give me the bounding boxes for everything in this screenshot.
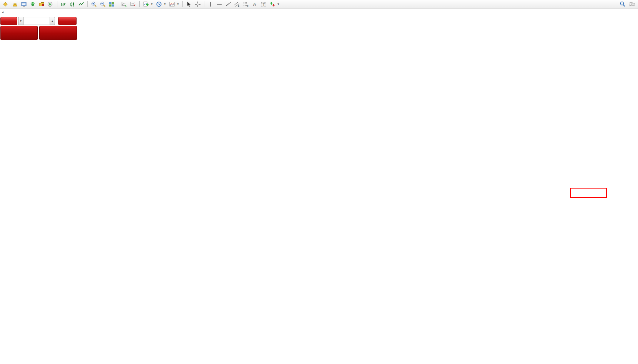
horizontal-line-icon [216,1,222,7]
chat-button[interactable] [627,0,636,8]
sell-button[interactable] [0,17,17,25]
equidistant-channel-tool[interactable]: E [233,0,241,8]
fibonacci-tool[interactable]: F [242,0,250,8]
volume-decrease-button[interactable]: ▼ [18,17,23,25]
tile-windows-button[interactable] [107,0,116,8]
toolbar-separator [139,1,140,7]
svg-text:T: T [262,2,265,6]
autotrading-button[interactable] [46,0,55,8]
svg-text:E: E [238,5,239,7]
chart-canvas[interactable] [0,0,638,364]
fibonacci-icon: F [243,1,249,7]
period-dropdown[interactable]: ▼ [155,0,167,8]
auto-scroll-icon [121,1,127,7]
market-watch-icon [12,1,18,7]
data-window-button[interactable] [20,0,28,8]
search-button[interactable] [618,0,627,8]
search-icon [620,1,626,7]
zoom-out-icon [100,1,106,7]
buy-button[interactable] [58,17,77,25]
zoom-in-button[interactable] [90,0,98,8]
text-a-icon: A [252,1,258,7]
bar-chart-button[interactable] [59,0,68,8]
new-chart-dropdown[interactable]: ▼ [142,0,154,8]
text-label-tool[interactable]: T [259,0,268,8]
channel-icon: E [234,1,240,7]
clock-icon [156,1,162,7]
autotrading-icon [47,2,53,7]
chat-icon [628,1,635,7]
toolbar-separator [182,1,183,7]
tile-windows-icon [109,1,115,7]
crosshair-icon [195,1,201,7]
trendline-tool[interactable] [224,0,232,8]
toolbar-separator [283,1,283,7]
cursor-icon [186,1,192,7]
line-chart-icon [78,1,84,7]
chevron-down-icon: ▼ [150,3,153,5]
sell-price-tile[interactable] [0,26,38,40]
chart-shift-button[interactable] [129,0,137,8]
bar-chart-icon [60,1,67,7]
indicators-icon [169,1,175,7]
line-chart-button[interactable] [77,0,85,8]
collapse-icon[interactable]: ◂ [2,10,3,14]
new-chart-icon [143,1,149,7]
new-order-button[interactable] [2,0,10,8]
zoom-out-button[interactable] [99,0,107,8]
arrows-dropdown[interactable]: ▼ [268,0,281,8]
main-toolbar: ▼ ▼ ▼ E F A T ▼ [0,0,638,8]
toolbar-separator [87,1,88,7]
vertical-line-tool[interactable] [206,0,215,8]
navigator-icon [30,1,36,7]
svg-text:F: F [247,5,248,7]
chevron-down-icon: ▼ [177,3,179,5]
arrows-icon [269,1,276,7]
trendline-icon [225,1,231,7]
toolbar-separator [118,1,118,7]
market-watch-button[interactable] [11,0,19,8]
text-tool[interactable]: A [251,0,259,8]
chart-shift-icon [130,1,136,7]
toolbar-separator [57,1,57,7]
data-window-icon [21,1,27,7]
quote-line: ◂ [2,10,17,14]
candlestick-chart-button[interactable] [68,0,77,8]
navigator-button[interactable] [28,0,37,8]
indicators-dropdown[interactable]: ▼ [168,0,180,8]
price-annotation-box[interactable] [570,188,607,198]
terminal-button[interactable] [37,0,46,8]
zoom-in-icon [91,1,97,7]
buy-price-tile[interactable] [39,26,77,40]
volume-input[interactable] [23,17,50,25]
toolbar-separator [204,1,204,7]
cursor-tool-button[interactable] [185,0,193,8]
svg-text:A: A [253,2,256,7]
candlestick-chart-icon [69,1,75,7]
terminal-icon [38,1,45,7]
one-click-trading-panel: ▼ ▲ [0,17,77,40]
text-label-icon: T [261,1,267,7]
new-order-icon [3,2,8,7]
chevron-down-icon: ▼ [277,3,280,5]
horizontal-line-tool[interactable] [215,0,224,8]
volume-increase-button[interactable]: ▲ [50,17,55,25]
crosshair-tool-button[interactable] [194,0,202,8]
vertical-line-icon [207,1,214,7]
auto-scroll-button[interactable] [120,0,129,8]
chevron-down-icon: ▼ [164,3,166,5]
